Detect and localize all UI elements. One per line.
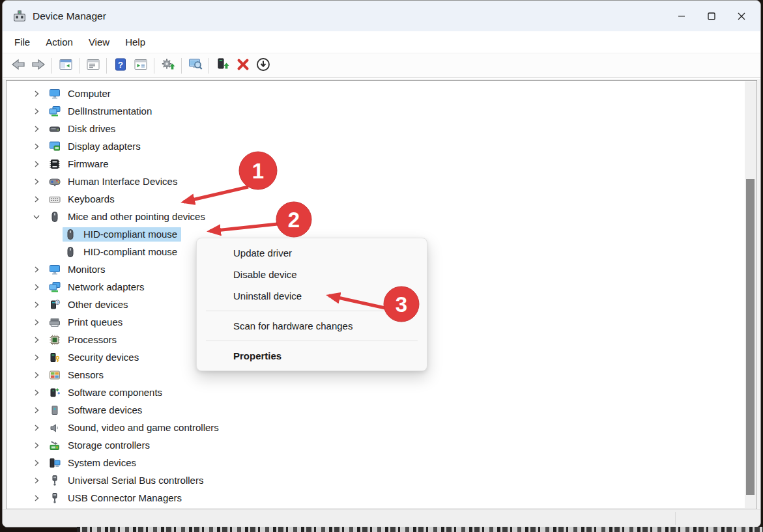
context-menu-item-properties[interactable]: Properties [197,345,427,367]
context-menu-item-uninstall-device[interactable]: Uninstall device [197,285,427,307]
toolbar-separator [209,58,209,74]
chevron-right-icon[interactable] [31,106,42,117]
tree-item-human-interface-devices[interactable]: Human Interface Devices [7,173,745,190]
maximize-button[interactable] [697,1,727,31]
disable-icon [255,57,271,74]
tree-item-label: Security devices [68,352,139,363]
tree-item-label: Mice and other pointing devices [68,211,205,222]
device-up-icon [215,57,231,74]
chevron-down-icon[interactable] [31,212,42,222]
tree-item-firmware[interactable]: Firmware [7,155,745,173]
menu-item-view[interactable]: View [81,34,117,50]
toolbar-separator [106,58,107,74]
chevron-right-icon[interactable] [31,352,42,363]
other-devices-icon: ? [49,299,62,311]
tree-item-storage-controllers[interactable]: Storage controllers [7,436,745,454]
chevron-right-icon[interactable] [31,405,42,415]
toolbar-button-action-pane[interactable] [130,56,151,76]
toolbar-button-uninstall-device[interactable] [233,56,253,76]
tree-item-label: HID-compliant mouse [83,229,177,240]
chevron-right-icon[interactable] [31,300,42,310]
tree-item-label: Processors [68,334,117,345]
tree-item-universal-serial-bus-controllers[interactable]: Universal Serial Bus controllers [7,471,745,489]
svg-text:?: ? [118,60,123,70]
chevron-right-icon[interactable] [31,423,42,433]
sensors-icon [49,369,62,381]
status-bar-divider [675,512,676,525]
tree-item-label: Computer [68,88,111,99]
context-menu-item-disable-device[interactable]: Disable device [197,264,427,285]
chevron-right-icon[interactable] [31,370,42,380]
vertical-scrollbar[interactable] [745,81,756,508]
close-button[interactable] [727,1,756,31]
chevron-right-icon[interactable] [31,159,42,169]
toolbar-button-forward[interactable] [28,56,48,76]
context-menu-separator [206,311,418,311]
chevron-right-icon[interactable] [31,317,42,328]
chevron-right-icon[interactable] [31,458,42,468]
chevron-right-icon[interactable] [31,475,42,486]
menu-item-action[interactable]: Action [38,34,81,50]
toolbar-button-properties-pane[interactable] [83,56,103,76]
menu-item-help[interactable]: Help [117,34,153,50]
network-adapters-icon [49,281,62,293]
toolbar-button-back[interactable] [8,56,28,76]
chevron-right-icon[interactable] [31,141,42,152]
tree-item-label: Disk drives [68,123,115,134]
chevron-right-icon[interactable] [31,387,42,398]
mouse-icon [65,229,78,240]
storage-controllers-icon [49,440,62,451]
firmware-icon [49,158,62,170]
chevron-right-icon[interactable] [31,335,42,345]
tree-item-label: USB Connector Managers [68,492,182,503]
system-devices-icon [49,457,62,469]
tree-item-software-devices[interactable]: Software devices [7,401,745,419]
toolbar-button-disable-device[interactable] [253,56,273,76]
toolbar-button-update-driver[interactable] [158,56,178,76]
list-window-icon [85,57,101,74]
toolbar-button-show-console-tree[interactable] [55,56,76,76]
tree-item-label: Universal Serial Bus controllers [68,475,203,486]
help-icon: ? [113,57,128,74]
tree-item-dellinstrumentation[interactable]: DellInstrumentation [7,102,745,120]
monitor-icon [49,264,62,275]
toolbar-button-scan-hardware-changes[interactable] [185,56,205,76]
menu-item-file[interactable]: File [7,34,38,50]
tree-item-software-components[interactable]: Software components [7,384,745,401]
toolbar: ? [3,53,760,78]
tree-item-computer[interactable]: Computer [7,85,745,102]
tree-item-label: Network adapters [68,281,145,292]
tree-item-system-devices[interactable]: System devices [7,454,745,471]
tree-item-label: Software components [68,387,162,398]
action-pane-icon [133,57,149,74]
chevron-right-icon[interactable] [31,89,42,99]
toolbar-button-update-device-driver[interactable] [212,56,233,76]
tree-item-keyboards[interactable]: Keyboards [7,190,745,208]
scrollbar-thumb[interactable] [746,179,755,495]
tree-item-usb-connector-managers[interactable]: USB Connector Managers [7,489,745,507]
context-menu-item-scan-for-hardware-changes[interactable]: Scan for hardware changes [197,315,427,337]
tree-item-display-adapters[interactable]: Display adapters [7,137,745,155]
chevron-right-icon[interactable] [31,282,42,292]
context-menu: Update driverDisable deviceUninstall dev… [196,238,427,371]
tree-item-sound-video-and-game-controllers[interactable]: Sound, video and game controllers [7,419,745,436]
chevron-right-icon[interactable] [31,124,42,134]
processors-icon [49,334,62,346]
gear-up-icon [160,57,176,74]
tree-item-disk-drives[interactable]: Disk drives [7,120,745,137]
arrow-left-icon [10,57,26,74]
chevron-right-icon[interactable] [31,194,42,204]
menu-bar: FileActionViewHelp [3,31,760,53]
chevron-right-icon[interactable] [31,176,42,187]
chevron-right-icon[interactable] [31,264,42,275]
toolbar-separator [181,58,182,74]
mouse-icon [65,246,78,258]
toolbar-button-help[interactable]: ? [110,56,130,76]
chevron-right-icon[interactable] [31,493,42,503]
tree-item-label: Keyboards [68,193,115,204]
chevron-right-icon[interactable] [31,440,42,451]
tree-item-label: Print queues [68,316,122,328]
tree-item-mice-and-other-pointing-devices[interactable]: Mice and other pointing devices [7,208,745,225]
context-menu-item-update-driver[interactable]: Update driver [197,242,427,264]
minimize-button[interactable] [667,1,697,31]
